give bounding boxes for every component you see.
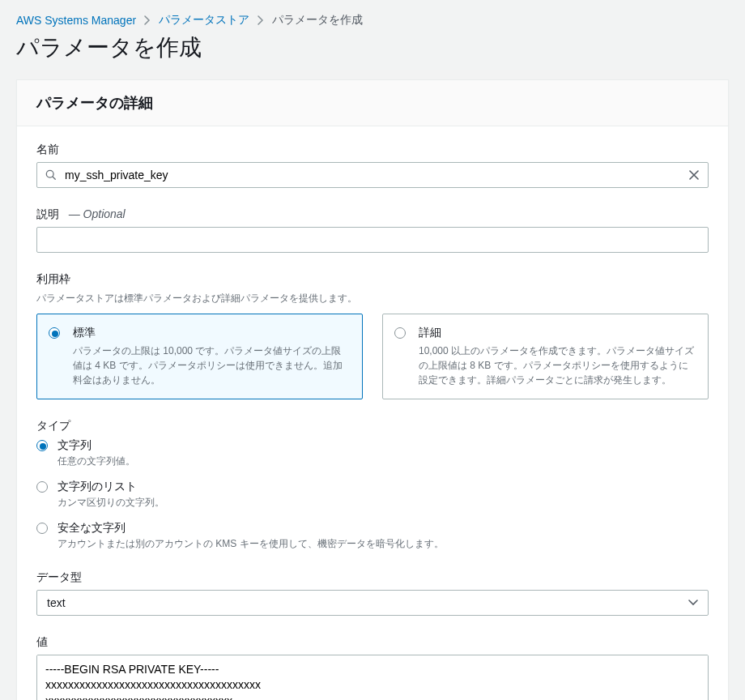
type-option-string[interactable]: 文字列 任意の文字列値。 — [36, 438, 709, 468]
name-input[interactable] — [37, 163, 708, 187]
data-type-value: text — [47, 596, 66, 609]
breadcrumb-current: パラメータを作成 — [272, 13, 363, 28]
page-title: パラメータを作成 — [16, 32, 729, 63]
chevron-right-icon — [258, 15, 264, 25]
data-type-label: データ型 — [36, 570, 709, 585]
panel-title: パラメータの詳細 — [36, 93, 709, 113]
tier-hint: パラメータストアは標準パラメータおよび詳細パラメータを提供します。 — [36, 292, 709, 305]
value-textarea[interactable] — [36, 655, 709, 700]
type-option-desc: アカウントまたは別のアカウントの KMS キーを使用して、機密データを暗号化しま… — [57, 537, 709, 551]
breadcrumb: AWS Systems Manager パラメータストア パラメータを作成 — [16, 13, 729, 28]
tier-option-advanced[interactable]: 詳細 10,000 以上のパラメータを作成できます。パラメータ値サイズの上限値は… — [382, 314, 709, 399]
clear-input-icon[interactable] — [688, 169, 700, 181]
tier-option-desc: パラメータの上限は 10,000 です。パラメータ値サイズの上限値は 4 KB … — [73, 344, 349, 387]
description-label: 説明 — Optional — [36, 207, 709, 222]
description-input[interactable] — [37, 228, 708, 252]
radio-icon — [49, 327, 60, 339]
tier-label: 利用枠 — [36, 272, 709, 287]
type-label: タイプ — [36, 419, 709, 433]
type-option-stringlist[interactable]: 文字列のリスト カンマ区切りの文字列。 — [36, 480, 709, 510]
type-option-desc: カンマ区切りの文字列。 — [57, 496, 709, 510]
type-option-desc: 任意の文字列値。 — [57, 455, 709, 468]
type-option-title: 安全な文字列 — [57, 521, 709, 536]
breadcrumb-parameter-store[interactable]: パラメータストア — [159, 13, 249, 28]
radio-icon — [36, 440, 48, 451]
data-type-select[interactable]: text — [36, 590, 709, 616]
breadcrumb-root[interactable]: AWS Systems Manager — [16, 14, 136, 27]
caret-down-icon — [688, 600, 698, 606]
tier-option-title: 詳細 — [419, 326, 695, 340]
optional-marker: — Optional — [69, 207, 126, 220]
type-option-title: 文字列のリスト — [57, 480, 709, 494]
radio-icon — [394, 327, 406, 339]
value-label: 値 — [36, 635, 709, 650]
type-option-title: 文字列 — [57, 438, 709, 453]
name-label: 名前 — [36, 143, 709, 157]
parameter-details-panel: パラメータの詳細 名前 説明 — [16, 79, 729, 700]
radio-icon — [36, 481, 48, 493]
tier-option-standard[interactable]: 標準 パラメータの上限は 10,000 です。パラメータ値サイズの上限値は 4 … — [36, 314, 363, 399]
name-input-wrap — [36, 162, 709, 188]
chevron-right-icon — [144, 15, 151, 25]
radio-icon — [36, 523, 48, 534]
tier-option-title: 標準 — [73, 326, 349, 340]
tier-option-desc: 10,000 以上のパラメータを作成できます。パラメータ値サイズの上限値は 8 … — [419, 344, 695, 387]
type-option-securestring[interactable]: 安全な文字列 アカウントまたは別のアカウントの KMS キーを使用して、機密デー… — [36, 521, 709, 551]
description-input-wrap — [36, 227, 709, 253]
